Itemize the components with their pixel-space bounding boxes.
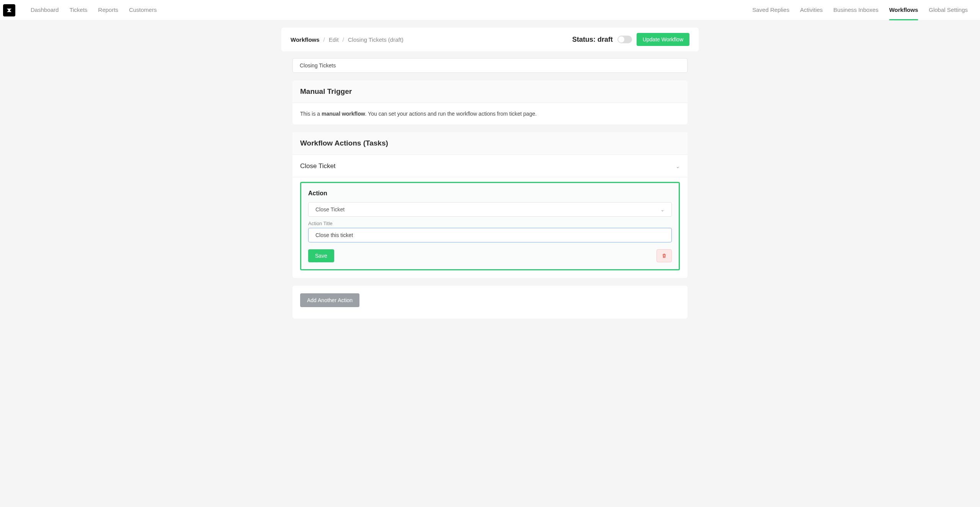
nav-item-reports[interactable]: Reports xyxy=(98,0,118,20)
update-workflow-button[interactable]: Update Workflow xyxy=(637,33,689,46)
trigger-text: This is a manual workflow. You can set y… xyxy=(300,111,537,117)
trigger-card: Manual Trigger This is a manual workflow… xyxy=(292,80,688,124)
nav-item-tickets[interactable]: Tickets xyxy=(69,0,87,20)
header-right: Status: draft Update Workflow xyxy=(572,33,689,46)
chevron-down-icon: ⌄ xyxy=(676,164,680,169)
delete-action-button[interactable] xyxy=(657,249,672,262)
app-logo[interactable] xyxy=(3,4,15,16)
actions-title: Workflow Actions (Tasks) xyxy=(292,132,688,155)
breadcrumb-separator: / xyxy=(323,36,325,43)
breadcrumb-item: Closing Tickets (draft) xyxy=(348,36,403,43)
action-type-select[interactable]: Close Ticket ⌄ xyxy=(308,202,672,217)
add-action-section: Add Another Action xyxy=(292,286,688,319)
action-type-value: Close Ticket xyxy=(315,206,345,213)
status-label: Status: draft xyxy=(572,36,613,44)
action-title-label: Action Title xyxy=(308,221,672,226)
nav-item-business-inboxes[interactable]: Business Inboxes xyxy=(833,0,879,20)
workflow-name-input[interactable] xyxy=(292,58,688,73)
nav-item-saved-replies[interactable]: Saved Replies xyxy=(752,0,789,20)
breadcrumb-item[interactable]: Edit xyxy=(329,36,339,43)
breadcrumb: Workflows/Edit/Closing Tickets (draft) xyxy=(291,36,403,43)
nav-right: Saved RepliesActivitiesBusiness InboxesW… xyxy=(752,0,977,20)
nav-left: DashboardTicketsReportsCustomers xyxy=(31,0,157,20)
save-button[interactable]: Save xyxy=(308,249,334,262)
chevron-down-icon: ⌄ xyxy=(660,207,665,213)
action-block-title: Close Ticket xyxy=(300,162,336,170)
actions-card: Workflow Actions (Tasks) Close Ticket ⌄ … xyxy=(292,132,688,278)
trigger-title: Manual Trigger xyxy=(292,80,688,103)
breadcrumb-separator: / xyxy=(343,36,344,43)
breadcrumb-item[interactable]: Workflows xyxy=(291,36,320,43)
nav-item-activities[interactable]: Activities xyxy=(800,0,823,20)
nav-item-global-settings[interactable]: Global Settings xyxy=(929,0,968,20)
top-nav: DashboardTicketsReportsCustomers Saved R… xyxy=(0,0,980,21)
action-label: Action xyxy=(308,190,672,197)
action-panel: Action Close Ticket ⌄ Action Title Save xyxy=(300,182,680,270)
header-bar: Workflows/Edit/Closing Tickets (draft) S… xyxy=(281,28,699,51)
nav-item-dashboard[interactable]: Dashboard xyxy=(31,0,59,20)
logo-icon xyxy=(6,7,13,14)
nav-item-workflows[interactable]: Workflows xyxy=(889,0,918,20)
add-another-action-button[interactable]: Add Another Action xyxy=(300,293,359,307)
action-block-header[interactable]: Close Ticket ⌄ xyxy=(292,155,688,177)
trash-icon xyxy=(662,253,667,258)
action-title-input[interactable] xyxy=(308,228,672,242)
status-toggle[interactable] xyxy=(617,36,632,43)
nav-item-customers[interactable]: Customers xyxy=(129,0,157,20)
